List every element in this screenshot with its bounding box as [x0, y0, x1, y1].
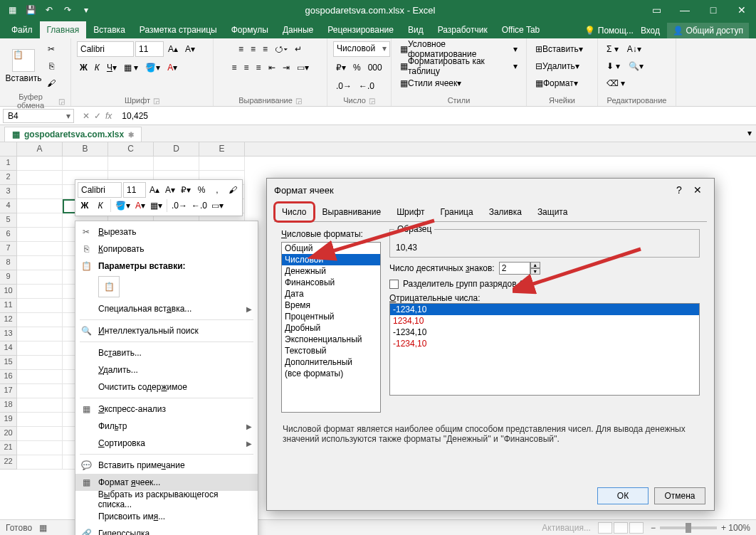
format-painter-icon[interactable]: 🖌: [44, 75, 58, 91]
dialog-help-icon[interactable]: ?: [670, 184, 688, 196]
percent-icon[interactable]: %: [194, 182, 209, 198]
border-icon[interactable]: ▦▾: [149, 198, 164, 213]
align-right-icon[interactable]: ≡: [253, 60, 264, 75]
mini-font-combo[interactable]: [78, 182, 122, 198]
tab-insert[interactable]: Вставка: [86, 21, 132, 38]
dlg-tab-font[interactable]: Шрифт: [389, 202, 432, 222]
formula-input[interactable]: 10,425: [117, 110, 756, 122]
name-box[interactable]: B4: [3, 109, 74, 123]
category-option[interactable]: Дробный: [282, 322, 380, 334]
qa-more-icon[interactable]: ▾: [78, 2, 94, 18]
dlg-tab-alignment[interactable]: Выравнивание: [315, 202, 389, 222]
row-header[interactable]: 4: [0, 199, 17, 213]
macro-record-icon[interactable]: ▦: [39, 523, 47, 533]
row-header[interactable]: 13: [0, 327, 17, 341]
increase-font-icon[interactable]: A▴: [165, 41, 181, 57]
row-header[interactable]: 8: [0, 256, 17, 270]
tab-page-layout[interactable]: Разметка страницы: [132, 21, 224, 38]
cell-styles-button[interactable]: ▦ Стили ячеек ▾: [397, 75, 464, 91]
dlg-tab-border[interactable]: Граница: [433, 202, 481, 222]
row-header[interactable]: 17: [0, 384, 17, 398]
format-painter-icon[interactable]: 🖌: [226, 182, 240, 198]
ctx-filter[interactable]: Фильтр▶: [75, 418, 258, 435]
maximize-icon[interactable]: □: [699, 0, 728, 20]
minimize-icon[interactable]: —: [671, 0, 699, 20]
percent-icon[interactable]: %: [350, 60, 364, 75]
currency-icon[interactable]: ₽▾: [179, 182, 193, 198]
ctx-insert[interactable]: Вставить...: [75, 344, 258, 361]
zoom-out-icon[interactable]: −: [651, 523, 656, 533]
cut-icon[interactable]: ✂: [44, 41, 58, 57]
spin-up-icon[interactable]: ▲: [530, 262, 540, 268]
workbook-tab[interactable]: ▦ gospodaretsva.com.xlsx ✱: [4, 127, 142, 142]
row-header[interactable]: 3: [0, 185, 17, 199]
col-header[interactable]: B: [63, 142, 108, 156]
increase-decimal-icon[interactable]: .0→: [170, 198, 189, 213]
cancel-formula-icon[interactable]: ✕: [83, 111, 90, 121]
tab-office-tab[interactable]: Office Tab: [495, 21, 547, 38]
orientation-icon[interactable]: ⭯▾: [272, 41, 290, 57]
ctx-hyperlink[interactable]: 🔗Гиперссылка...: [75, 525, 258, 535]
row-header[interactable]: 12: [0, 313, 17, 327]
dialog-launcher-icon[interactable]: ◲: [58, 97, 65, 105]
align-top-icon[interactable]: ≡: [236, 41, 246, 57]
row-header[interactable]: 11: [0, 299, 17, 313]
cancel-button[interactable]: Отмена: [654, 487, 705, 504]
bold-button[interactable]: Ж: [77, 60, 90, 75]
category-option[interactable]: Финансовый: [282, 277, 380, 288]
comma-icon[interactable]: ,: [210, 182, 224, 198]
pin-icon[interactable]: ✱: [128, 131, 134, 139]
fill-color-icon[interactable]: 🪣▾: [114, 198, 132, 213]
dlg-tab-fill[interactable]: Заливка: [481, 202, 530, 222]
row-header[interactable]: 5: [0, 213, 17, 228]
category-listbox[interactable]: ОбщийЧисловойДенежныйФинансовыйДатаВремя…: [281, 242, 381, 413]
ctx-copy[interactable]: ⎘Копировать: [75, 240, 258, 258]
dialog-close-icon[interactable]: ✕: [688, 184, 707, 196]
thousands-separator-checkbox[interactable]: [389, 280, 399, 289]
font-color-icon[interactable]: A▾: [133, 198, 147, 213]
align-center-icon[interactable]: ≡: [241, 60, 251, 75]
font-size-combo[interactable]: [135, 41, 164, 57]
category-option[interactable]: Текстовый: [282, 345, 380, 356]
share-button[interactable]: 👤 Общий доступ: [667, 23, 749, 38]
close-icon[interactable]: ✕: [728, 0, 756, 20]
row-header[interactable]: 14: [0, 341, 17, 356]
row-header[interactable]: 16: [0, 370, 17, 384]
tab-data[interactable]: Данные: [275, 21, 320, 38]
format-as-table-button[interactable]: ▦ Форматировать как таблицу ▾: [397, 58, 520, 74]
save-icon[interactable]: 💾: [23, 2, 38, 18]
enter-formula-icon[interactable]: ✓: [94, 111, 101, 121]
ok-button[interactable]: ОК: [597, 487, 649, 504]
zoom-slider[interactable]: [660, 526, 717, 529]
category-option[interactable]: (все форматы): [282, 368, 380, 379]
negative-numbers-listbox[interactable]: -1234,101234,10-1234,10-1234,10: [389, 303, 700, 396]
clear-icon[interactable]: ⌫ ▾: [604, 75, 628, 91]
col-header[interactable]: C: [108, 142, 154, 156]
comma-icon[interactable]: 000: [365, 60, 385, 75]
category-option[interactable]: Экспоненциальный: [282, 334, 380, 345]
decimal-places-spinner[interactable]: ▲▼: [499, 262, 540, 275]
align-left-icon[interactable]: ≡: [229, 60, 239, 75]
tab-home[interactable]: Главная: [40, 21, 87, 38]
category-option[interactable]: Процентный: [282, 311, 380, 322]
category-option[interactable]: Время: [282, 300, 380, 311]
increase-indent-icon[interactable]: ⇥: [280, 60, 293, 75]
row-header[interactable]: 2: [0, 171, 17, 185]
ribbon-options-icon[interactable]: ▭: [642, 0, 671, 20]
negative-option[interactable]: 1234,10: [390, 315, 699, 327]
col-header[interactable]: D: [154, 142, 199, 156]
increase-font-icon[interactable]: A▴: [147, 182, 162, 198]
dialog-launcher-icon[interactable]: ◲: [369, 97, 375, 105]
tab-developer[interactable]: Разработчик: [431, 21, 495, 38]
decrease-indent-icon[interactable]: ⇤: [266, 60, 278, 75]
row-header[interactable]: 1: [0, 157, 17, 171]
tab-formulas[interactable]: Формулы: [224, 21, 275, 38]
currency-icon[interactable]: ₽▾: [333, 60, 349, 75]
category-option[interactable]: Дополнительный: [282, 356, 380, 368]
align-middle-icon[interactable]: ≡: [248, 41, 258, 57]
paste-option-button[interactable]: 📋: [98, 276, 120, 297]
tell-me[interactable]: 💡 Помощ...: [584, 26, 633, 36]
merge-icon[interactable]: ▭▾: [210, 198, 225, 213]
row-header[interactable]: 7: [0, 242, 17, 256]
spin-down-icon[interactable]: ▼: [530, 268, 540, 275]
